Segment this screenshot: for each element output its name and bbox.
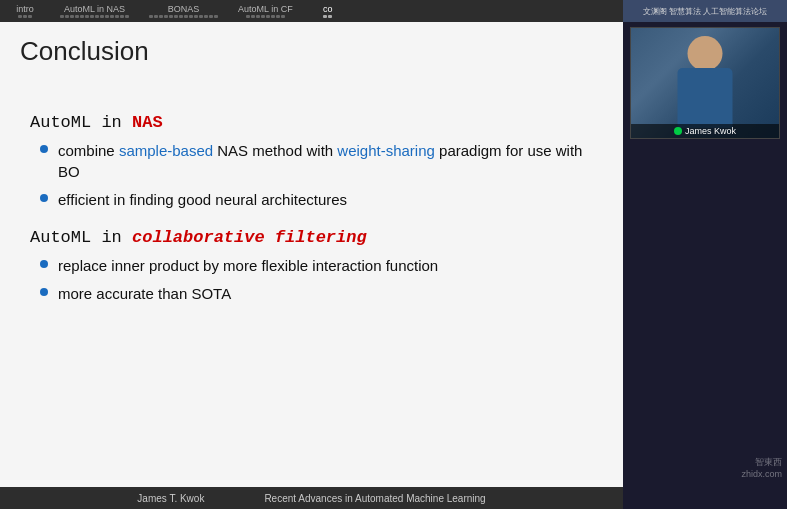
nas-bullet-1-text: combine sample-based NAS method with wei… bbox=[58, 140, 593, 182]
bullet-dot-1 bbox=[40, 145, 48, 153]
nas-bullet-1: combine sample-based NAS method with wei… bbox=[40, 140, 593, 182]
tab-intro-label: intro bbox=[16, 5, 34, 14]
watermark-line1: 智東西 bbox=[741, 456, 782, 469]
tab-automl-nas-label: AutoML in NAS bbox=[64, 5, 125, 14]
cf-bullet-2: more accurate than SOTA bbox=[40, 283, 593, 304]
tab-automl-nas[interactable]: AutoML in NAS bbox=[50, 0, 139, 22]
top-row: intro AutoML in NAS BONAS bbox=[0, 0, 787, 22]
nas-bullet-list: combine sample-based NAS method with wei… bbox=[40, 140, 593, 210]
nas-bullet-2: efficient in finding good neural archite… bbox=[40, 189, 593, 210]
watermark-line2: zhidx.com bbox=[741, 469, 782, 479]
watermark: 智東西 zhidx.com bbox=[741, 456, 782, 479]
tab-automl-nas-dots bbox=[60, 15, 129, 18]
camera-person-visual bbox=[631, 28, 779, 138]
camera-area: James Kwok 智東西 zhidx.com bbox=[623, 22, 787, 509]
tab-conclusion[interactable]: co bbox=[303, 0, 353, 22]
mic-icon bbox=[674, 127, 682, 135]
cf-bullet-1: replace inner product by more flexible i… bbox=[40, 255, 593, 276]
bullet-dot-4 bbox=[40, 288, 48, 296]
tab-bonas-label: BONAS bbox=[168, 5, 200, 14]
footer-right: Recent Advances in Automated Machine Lea… bbox=[264, 493, 485, 504]
weight-sharing-highlight: weight-sharing bbox=[337, 142, 435, 159]
camera-person-name: James Kwok bbox=[685, 126, 736, 136]
slide-area: Conclusion AutoML in NAS combine sample-… bbox=[0, 22, 623, 509]
tab-bonas-dots bbox=[149, 15, 218, 18]
cf-bullet-list: replace inner product by more flexible i… bbox=[40, 255, 593, 304]
section-cf-heading: AutoML in collaborative filtering bbox=[30, 228, 593, 247]
bullet-dot-3 bbox=[40, 260, 48, 268]
slide-title: Conclusion bbox=[0, 22, 623, 75]
section-cf-keyword: collaborative filtering bbox=[132, 228, 367, 247]
section-nas-prefix: AutoML in bbox=[30, 113, 132, 132]
tab-conclusion-dots bbox=[323, 15, 332, 18]
main-area: Conclusion AutoML in NAS combine sample-… bbox=[0, 22, 787, 509]
bullet-dot-2 bbox=[40, 194, 48, 202]
section-nas-keyword: NAS bbox=[132, 113, 163, 132]
tab-intro-dots bbox=[18, 15, 32, 18]
tab-conclusion-label: co bbox=[323, 5, 333, 14]
navigation-bar: intro AutoML in NAS BONAS bbox=[0, 0, 623, 22]
tab-intro[interactable]: intro bbox=[0, 0, 50, 22]
tab-bonas[interactable]: BONAS bbox=[139, 0, 228, 22]
cf-bullet-1-text: replace inner product by more flexible i… bbox=[58, 255, 438, 276]
cf-bullet-2-text: more accurate than SOTA bbox=[58, 283, 231, 304]
tab-automl-cf-label: AutoML in CF bbox=[238, 5, 293, 14]
footer-left: James T. Kwok bbox=[137, 493, 204, 504]
banner-text: 文渊阁 智慧算法 人工智能算法论坛 bbox=[643, 6, 767, 17]
tab-automl-cf-dots bbox=[246, 15, 285, 18]
nas-bullet-2-text: efficient in finding good neural archite… bbox=[58, 189, 347, 210]
banner: 文渊阁 智慧算法 人工智能算法论坛 bbox=[623, 0, 787, 22]
slide-content: AutoML in NAS combine sample-based NAS m… bbox=[0, 75, 623, 487]
camera-feed: James Kwok bbox=[630, 27, 780, 139]
camera-label: James Kwok bbox=[631, 124, 779, 138]
slide-footer: James T. Kwok Recent Advances in Automat… bbox=[0, 487, 623, 509]
section-cf-prefix: AutoML in bbox=[30, 228, 132, 247]
sample-based-highlight: sample-based bbox=[119, 142, 213, 159]
tab-automl-cf[interactable]: AutoML in CF bbox=[228, 0, 303, 22]
section-nas-heading: AutoML in NAS bbox=[30, 113, 593, 132]
